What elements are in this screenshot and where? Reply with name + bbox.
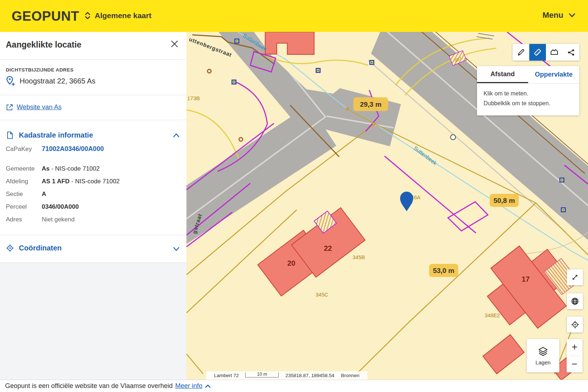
target-icon [6,244,14,252]
swap-vertical-icon [84,11,91,20]
website-link[interactable]: Website van As [17,103,62,111]
chevron-up-icon[interactable] [173,132,180,138]
row-label: CaPaKey [6,146,42,153]
row-sectie: Sectie A [6,188,180,200]
row-gemeente: Gemeente As - NIS-code 71002 [6,162,180,175]
external-link-icon [6,103,13,111]
meer-info-link[interactable]: Meer info [175,382,202,390]
share-tool-button[interactable] [563,44,579,61]
chevron-up-icon[interactable] [205,384,211,388]
projection-label: Lambert 72 [214,373,239,378]
footer-text: Geopunt is een officiële website van de … [5,382,173,390]
map-statusbar: Lambert 72 10 m 235818.87, 189458.54 Bro… [206,371,367,380]
measure-hint-line2: Dubbelklik om te stoppen. [484,98,573,108]
building-number: 22 [324,244,332,252]
menu-label: Menu [543,11,563,20]
row-value-bold: AS 1 AFD [42,178,70,185]
row-adres: Adres Niet gekend [6,213,180,226]
measure-toolbar [513,44,579,61]
basemap-selector[interactable]: Algemene kaart [84,11,151,20]
coords-title: Coördinaten [19,244,62,252]
website-link-row[interactable]: Website van As [6,103,62,111]
nearest-address-value: Hoogstraat 22, 3665 As [20,77,95,85]
zoom-out-button[interactable]: − [567,356,583,373]
building-number: 17 [522,275,530,283]
area-icon [550,48,559,57]
info-sidebar: Aangeklikte locatie DICHTSTBIJZIJNDE ADR… [0,32,186,380]
parcel-label: 173B [187,95,200,101]
row-value: - NIS-code 71002 [50,165,100,172]
capakey-link[interactable]: 71002A0346/00A000 [42,145,104,153]
row-capakey: CaPaKey 71002A0346/00A000 [6,143,180,155]
menu-button[interactable]: Menu [543,11,576,20]
divider [0,235,186,235]
locate-icon [571,320,579,329]
measure-panel: Afstand Oppervlakte Klik om te meten. Du… [477,66,579,115]
divider [0,59,186,60]
panel-title: Aangeklikte locatie [6,40,81,50]
globe-button[interactable] [567,293,583,309]
draw-tool-button[interactable] [513,44,529,61]
row-value-bold: 0346/00A000 [42,203,79,211]
chevron-down-icon[interactable] [173,246,180,252]
divider [0,95,186,95]
app-header: GEOPUNT Algemene kaart Menu [0,0,588,32]
zoom-in-button[interactable]: + [567,339,583,356]
mouse-coordinates: 235818.87, 189458.54 [285,373,334,378]
locate-me-button[interactable] [567,317,583,332]
zoom-control: + − [567,339,583,372]
parcel-label: 348E2 [485,313,500,318]
geopunt-logo[interactable]: GEOPUNT [12,9,79,24]
basemap-selector-label: Algemene kaart [95,11,151,20]
row-label: Gemeente [6,165,42,172]
nearest-address-label: DICHTSTBIJZIJNDE ADRES [6,67,74,73]
layers-icon [537,346,549,357]
divider [0,120,186,120]
close-icon [170,40,178,48]
row-label: Sectie [6,191,42,198]
document-icon [6,131,14,140]
close-panel-button[interactable] [169,38,180,49]
row-value-bold: As [42,165,50,172]
sources-link[interactable]: Bronnen [341,373,359,378]
row-afdeling: Afdeling AS 1 AFD - NIS-code 71002 [6,175,180,188]
fullscreen-button[interactable] [567,269,583,285]
row-value-muted: Niet gekend [42,216,75,223]
kadaster-title: Kadastrale informatie [19,131,93,139]
measure-hint-line1: Klik om te meten. [484,89,573,98]
parcel-label: 345C [316,292,328,298]
share-icon [567,48,575,57]
scale-line: 10 m [245,372,279,377]
kadaster-rows: CaPaKey 71002A0346/00A000 Gemeente As - … [6,143,180,226]
tab-oppervlakte[interactable]: Oppervlakte [528,66,579,83]
measure-distance-tool-button[interactable] [529,44,546,61]
measure-vertex [346,108,349,110]
layers-label: Lagen [535,359,551,366]
parcel-label: 345B [353,254,365,260]
row-value-bold: A [42,191,46,198]
tab-afstand[interactable]: Afstand [477,66,528,83]
measure-area-tool-button[interactable] [546,44,563,61]
sidebar-empty-area [0,263,186,380]
row-label: Perceel [6,203,42,211]
row-perceel: Perceel 0346/00A000 [6,200,180,213]
measure-vertex [372,122,375,125]
map-pin-plus-icon [5,76,16,86]
nearest-address: Hoogstraat 22, 3665 As [5,76,95,86]
row-value: - NIS-code 71002 [70,178,120,185]
globe-icon [571,297,579,306]
building-top [265,32,314,54]
measure-label: 29,3 m [360,101,381,108]
kadaster-section-header[interactable]: Kadastrale informatie [6,131,93,140]
row-label: Afdeling [6,178,42,185]
layers-button[interactable]: Lagen [527,339,559,372]
expand-icon [571,273,579,281]
coords-section-header[interactable]: Coördinaten [6,244,62,252]
measure-label: 53,0 m [433,267,454,274]
row-label: Adres [6,216,42,223]
site-footer: Geopunt is een officiële website van de … [0,380,588,392]
ruler-icon [533,48,542,57]
map-viewport[interactable]: uttenbergstraat gstraat Suttenbeek Sutte… [186,32,588,380]
measure-point [451,135,456,140]
chevron-down-icon [568,13,576,18]
